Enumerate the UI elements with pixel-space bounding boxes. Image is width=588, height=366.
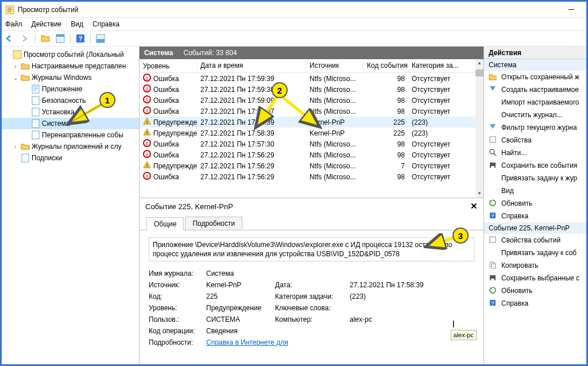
action-icon xyxy=(489,98,498,107)
svg-text:?: ? xyxy=(492,213,494,218)
tree-subscriptions[interactable]: Подписки xyxy=(2,152,139,164)
action-item[interactable]: Привязать задачу к соб xyxy=(484,246,586,259)
action-item[interactable]: Копировать xyxy=(484,259,586,272)
action-item[interactable]: Сохранить все события xyxy=(484,159,586,172)
prop-source: Kernel-PnP xyxy=(206,281,275,289)
actions-pane: Действия Система Открыть сохраненный жСо… xyxy=(484,47,586,364)
svg-rect-42 xyxy=(491,279,494,281)
svg-rect-8 xyxy=(13,51,21,59)
actions-header: Действия xyxy=(484,47,586,59)
tree-custom-views[interactable]: ›Настраиваемые представлен xyxy=(2,60,139,72)
open-folder-button[interactable] xyxy=(39,32,52,45)
action-item[interactable]: Обновить xyxy=(484,284,586,297)
event-row[interactable]: !Ошибка27.12.2021 Пн 17:59:39Ntfs (Micro… xyxy=(140,73,483,84)
svg-rect-11 xyxy=(32,108,39,116)
prop-user: СИСТЕМА xyxy=(206,315,275,323)
action-item[interactable]: Найти... xyxy=(484,147,586,159)
svg-text:?: ? xyxy=(79,35,83,42)
tree-log-forwarded[interactable]: Перенаправленные собы xyxy=(2,129,139,141)
svg-rect-10 xyxy=(32,97,39,105)
action-item[interactable]: Импорт настраиваемого xyxy=(484,96,586,109)
prop-keywords xyxy=(350,304,442,312)
svg-text:!: ! xyxy=(146,174,148,179)
error-icon: ! xyxy=(143,95,151,105)
columns-button[interactable] xyxy=(54,32,67,45)
prop-category: (223) xyxy=(350,292,442,300)
forward-button[interactable] xyxy=(19,32,32,45)
action-icon xyxy=(489,199,498,208)
action-item[interactable]: ?Справка xyxy=(484,210,586,222)
action-item[interactable]: Сохранить выбранные с xyxy=(484,272,586,284)
event-row[interactable]: !Ошибка27.12.2021 Пн 17:59:09Ntfs (Micro… xyxy=(140,95,483,106)
action-item[interactable]: Вид xyxy=(484,184,586,197)
action-item[interactable]: Обновить xyxy=(484,197,586,210)
tree-root[interactable]: Просмотр событий (Локальный xyxy=(2,49,139,60)
action-icon xyxy=(489,236,498,245)
svg-rect-35 xyxy=(491,166,494,168)
detail-title: Событие 225, Kernel-PnP xyxy=(145,202,233,211)
minimize-button[interactable] xyxy=(560,3,583,16)
tree-log-setup[interactable]: Установка xyxy=(2,106,139,118)
prop-opcode: Сведения xyxy=(206,327,275,335)
preview-pane-button[interactable] xyxy=(94,32,107,45)
help-link[interactable]: Справка в Интернете для xyxy=(206,338,288,346)
toolbar: ? xyxy=(2,30,586,47)
tab-details[interactable]: Подробности xyxy=(185,217,242,230)
action-icon: ? xyxy=(489,211,498,221)
col-category[interactable]: Категория за... xyxy=(408,59,477,72)
svg-text:!: ! xyxy=(146,97,148,103)
tab-general[interactable]: Общие xyxy=(146,217,184,230)
col-eventid[interactable]: Код события xyxy=(363,59,408,72)
event-row[interactable]: !Ошибка27.12.2021 Пн 17:56:29Ntfs (Micro… xyxy=(140,149,483,160)
callout-1: 1 xyxy=(99,92,115,108)
action-item[interactable]: Свойства xyxy=(484,134,586,147)
prop-date: 27.12.2021 Пн 17:58:39 xyxy=(350,281,442,289)
svg-rect-32 xyxy=(490,137,496,142)
svg-rect-38 xyxy=(490,237,496,242)
help-button[interactable]: ? xyxy=(74,32,87,45)
warning-icon: ! xyxy=(143,128,151,138)
tree-log-system[interactable]: Система xyxy=(2,118,139,129)
col-date[interactable]: Дата и время xyxy=(197,59,306,72)
event-row[interactable]: !Предупреждение27.12.2021 Пн 17:58:39Ker… xyxy=(140,117,483,128)
col-source[interactable]: Источник xyxy=(306,59,363,72)
actions-section-system: Система xyxy=(484,59,586,71)
tree-log-application[interactable]: Приложение xyxy=(2,83,139,95)
action-item[interactable]: Свойства событий xyxy=(484,234,586,246)
svg-rect-9 xyxy=(32,85,39,93)
prop-level: Предупреждение xyxy=(206,304,275,312)
event-grid-header: Уровень Дата и время Источник Код событи… xyxy=(140,59,483,73)
warning-icon: ! xyxy=(143,161,151,171)
tree-app-services-logs[interactable]: ›Журналы приложений и слу xyxy=(2,141,139,152)
action-item[interactable]: Привязать задачу к жур xyxy=(484,172,586,184)
action-item[interactable]: Создать настраиваемое xyxy=(484,83,586,96)
action-item[interactable]: Очистить журнал... xyxy=(484,109,586,121)
col-level[interactable]: Уровень xyxy=(140,59,197,72)
menu-file[interactable]: Файл xyxy=(5,20,22,28)
svg-text:!: ! xyxy=(146,75,148,81)
event-row[interactable]: !Ошибка27.12.2021 Пн 17:57:30Ntfs (Micro… xyxy=(140,138,483,149)
menu-view[interactable]: Вид xyxy=(71,20,83,28)
action-item[interactable]: Фильтр текущего журна xyxy=(484,121,586,134)
event-scrollbar[interactable]: ▲▼ xyxy=(475,59,483,198)
menu-help[interactable]: Справка xyxy=(92,20,119,28)
svg-rect-14 xyxy=(22,154,29,162)
window-title: Просмотр событий xyxy=(18,6,78,14)
event-row[interactable]: !Предупреждение27.12.2021 Пн 17:56:29Ntf… xyxy=(140,160,483,171)
action-item[interactable]: Открыть сохраненный ж xyxy=(484,71,586,83)
event-row[interactable]: !Ошибка27.12.2021 Пн 17:59:38Ntfs (Micro… xyxy=(140,84,483,95)
action-icon xyxy=(489,85,498,94)
event-row[interactable]: !Ошибка27.12.2021 Пн 17:59:07Ntfs (Micro… xyxy=(140,106,483,117)
menu-action[interactable]: Действие xyxy=(32,20,62,28)
tree-log-security[interactable]: Безопасность xyxy=(2,95,139,106)
action-icon xyxy=(489,286,498,295)
tree-windows-logs[interactable]: ⌄Журналы Windows xyxy=(2,72,139,83)
detail-close-button[interactable]: ✕ xyxy=(470,201,478,211)
event-row[interactable]: !Ошибка27.12.2021 Пн 17:56:29Ntfs (Micro… xyxy=(140,171,483,182)
event-row[interactable]: !Предупреждение27.12.2021 Пн 17:58:39Ker… xyxy=(140,128,483,138)
action-icon xyxy=(489,161,498,170)
back-button[interactable] xyxy=(4,32,17,45)
center-pane: СистемаСобытий: 33 804 Уровень Дата и вр… xyxy=(140,47,484,364)
prop-computer: alex-pc xyxy=(350,315,442,323)
action-item[interactable]: ?Справка xyxy=(484,297,586,310)
